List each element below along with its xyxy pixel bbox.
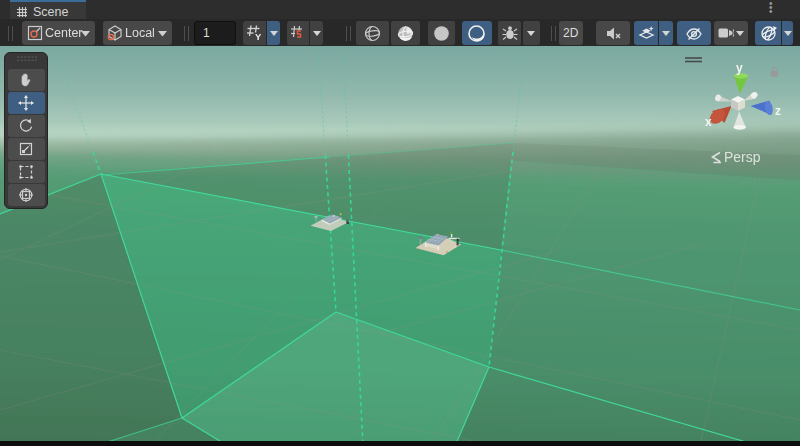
svg-text:x: x [705, 115, 712, 129]
svg-text:Y: Y [255, 31, 262, 42]
svg-text:y: y [736, 61, 743, 75]
svg-text:Persp: Persp [724, 149, 761, 165]
svg-text:z: z [775, 104, 781, 118]
